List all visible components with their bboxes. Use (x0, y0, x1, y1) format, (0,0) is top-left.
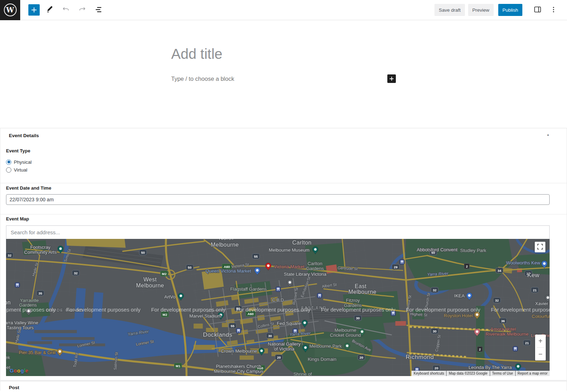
map-label: Kew (527, 272, 540, 279)
route-badge: 2 (477, 347, 483, 352)
publish-button[interactable]: Publish (498, 4, 522, 16)
map-label: ArtVo (164, 294, 176, 299)
dev-watermark: For development purposes only (151, 307, 225, 313)
svg-text:30: 30 (433, 329, 437, 333)
map-label: Gardens (306, 266, 324, 271)
map-label: Royston Hotel (444, 313, 473, 318)
svg-text:A60: A60 (224, 265, 230, 269)
preview-button[interactable]: Preview (468, 4, 494, 16)
map-label: of Victoria (274, 346, 294, 352)
svg-text:32: 32 (74, 271, 78, 275)
map-label: Carlton (308, 261, 322, 266)
map-attribution-link[interactable]: Terms of Use (490, 371, 515, 376)
post-title-input[interactable]: Add title (171, 20, 396, 62)
map-label: Xavier Colle (535, 301, 550, 306)
map-label: Melbourne City Campus (214, 369, 264, 374)
kebab-menu-icon (550, 6, 557, 14)
undo-button[interactable] (60, 4, 72, 16)
map-canvas: 3232323250505050555530303020202029342121… (6, 239, 550, 376)
zoom-in-button[interactable]: + (535, 335, 546, 347)
metabox-header: Event Details ▲ (0, 128, 567, 142)
svg-text:50: 50 (141, 251, 145, 254)
collapse-toggle-button[interactable]: ▲ (546, 133, 550, 136)
svg-text:20: 20 (277, 355, 281, 359)
map-label: Kings Domain (308, 357, 336, 362)
map-label: Queen Victoria Market (206, 268, 251, 274)
wordpress-logo-button[interactable]: W (0, 0, 20, 20)
dev-watermark: For development purposes only (321, 307, 395, 313)
map-label: Cricket Ground (330, 332, 361, 338)
map-label: Fed Square (277, 321, 301, 326)
radio-checked-icon[interactable] (6, 159, 11, 165)
route-badge: 55 (252, 254, 260, 259)
event-datetime-field: Event Date and Time (0, 183, 567, 214)
list-view-button[interactable] (92, 4, 105, 16)
map-label: Abbotsford Convent (417, 247, 457, 252)
svg-text:2: 2 (479, 347, 481, 351)
route-badge: 32 (493, 298, 501, 303)
map-label: Yarra Valley Wine (6, 320, 38, 325)
inline-block-inserter-button[interactable] (387, 74, 396, 83)
redo-icon (78, 5, 86, 15)
map-label: Amora Hotel (490, 326, 516, 332)
event-type-label: Event Type (6, 148, 550, 153)
route-badge: 32 (72, 270, 79, 276)
svg-text:55: 55 (254, 254, 258, 258)
map-label: Docklands (203, 331, 232, 338)
event-map[interactable]: 3232323250505050555530303020202029342121… (6, 239, 550, 376)
svg-text:M2: M2 (163, 313, 167, 317)
route-badge: 2 (464, 264, 470, 269)
radio-option-virtual[interactable]: Virtual (6, 166, 550, 174)
svg-text:50: 50 (188, 265, 192, 269)
google-logo[interactable]: Google (10, 368, 29, 374)
event-datetime-input[interactable] (6, 194, 550, 205)
event-details-metabox: Event Details ▲ Event Type Physical Virt… (0, 128, 567, 380)
map-label: Fitzroy (346, 298, 360, 303)
block-inserter-button[interactable] (28, 4, 40, 16)
map-label: Riverwalk Melbourne (486, 331, 529, 337)
dev-watermark: For development purposes only (491, 307, 550, 313)
map-label: Melbourne (136, 282, 164, 289)
map-label: IKEA (454, 293, 465, 298)
route-badge: 32 (6, 253, 13, 258)
map-label: Melbourne Park (309, 343, 342, 349)
radio-unchecked-icon[interactable] (6, 167, 11, 173)
route-badge: 30 (266, 333, 274, 338)
redo-button[interactable] (76, 4, 89, 16)
edit-tool-button[interactable] (43, 4, 56, 16)
map-attribution-link[interactable]: Map data ©2023 Google (447, 371, 489, 376)
map-label: State Library Victoria (284, 271, 327, 277)
map-label: North (219, 239, 234, 241)
options-menu-button[interactable] (547, 4, 560, 16)
radio-label: Virtual (14, 167, 27, 173)
svg-text:32: 32 (433, 288, 437, 292)
map-label: Tasting Tours (7, 325, 34, 330)
map-label: Footscray (30, 245, 50, 250)
fullscreen-button[interactable] (535, 242, 545, 252)
map-label: Flagstaff Gardens (230, 286, 267, 292)
undo-icon (62, 5, 70, 15)
map-label: Studley Park (460, 248, 486, 253)
pencil-icon (46, 6, 54, 15)
radio-option-physical[interactable]: Physical (6, 158, 550, 166)
empty-paragraph-block[interactable]: Type / to choose a block (171, 74, 396, 83)
zoom-out-button[interactable]: − (535, 348, 546, 360)
save-draft-button[interactable]: Save draft (434, 4, 465, 16)
map-label: National Gallery (268, 341, 301, 347)
settings-sidebar-toggle[interactable] (531, 4, 544, 16)
svg-text:21: 21 (525, 341, 529, 345)
route-badge: M2 (161, 271, 168, 276)
train-station-icon (276, 287, 281, 292)
map-attribution-link[interactable]: Report a map error (516, 371, 550, 376)
address-search-input[interactable] (6, 225, 550, 239)
map-attribution-link[interactable]: Keyboard shortcuts (411, 371, 446, 376)
event-type-field: Event Type Physical Virtual (0, 142, 567, 183)
radio-label: Physical (14, 159, 32, 165)
map-label: Pier 35 Bar & Grill (19, 350, 56, 355)
route-badge: 20 (275, 355, 283, 360)
svg-text:20: 20 (434, 366, 438, 370)
route-badge: 35 (37, 291, 44, 296)
map-label: Victoria Market (274, 264, 305, 269)
dev-watermark: For development purposes only (66, 307, 141, 313)
sidebar-panel-icon (533, 5, 542, 15)
